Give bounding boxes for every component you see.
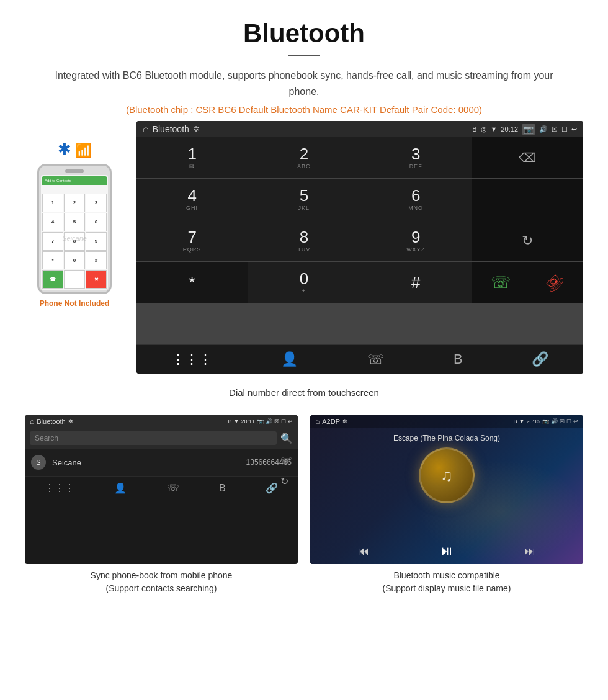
music-app-title: A2DP — [322, 418, 340, 425]
phone-key-star: * — [42, 251, 63, 270]
volume-icon: 🔊 — [539, 125, 548, 133]
phone-device: Add to Contacts 1 2 3 4 5 6 7 8 9 * 0 # … — [37, 164, 112, 294]
phone-screen: Add to Contacts 1 2 3 4 5 6 7 8 9 * 0 # … — [41, 175, 108, 290]
dial-key-9[interactable]: 9 WXYZ — [360, 220, 472, 261]
contacts-tb-link[interactable]: 🔗 — [266, 482, 278, 494]
dial-key-5[interactable]: 5 JKL — [248, 179, 359, 220]
music-screen: ⌂ A2DP ✲ B ▼ 20:15 📷 🔊 ☒ ☐ ↩ — [310, 415, 583, 564]
music-sq: ☐ — [566, 418, 571, 424]
dial-key-7[interactable]: 7 PQRS — [136, 220, 248, 261]
status-left: ⌂ Bluetooth ✲ — [143, 123, 199, 135]
main-content: ✱ 📶 Add to Contacts 1 2 3 4 5 6 7 8 9 * — [0, 121, 608, 595]
backspace-icon: ⌫ — [519, 150, 536, 165]
dial-key-4[interactable]: 4 GHI — [136, 179, 248, 220]
dial-key-0[interactable]: 0 + — [248, 262, 359, 303]
status-app-title: Bluetooth — [153, 124, 189, 134]
music-home-icon[interactable]: ⌂ — [315, 417, 320, 426]
toolbar-bluetooth-icon[interactable]: B — [454, 351, 463, 367]
home-icon[interactable]: ⌂ — [143, 123, 149, 135]
music-time: 20:15 — [526, 418, 540, 424]
phone-key-5: 5 — [64, 213, 85, 231]
dial-reload-cell[interactable]: ↻ — [472, 220, 583, 261]
music-note-icon: ♫ — [440, 466, 453, 485]
dialpad-grid: 1 ✉ 2 ABC 3 DEF ⌫ 4 GHI — [136, 137, 583, 344]
contacts-screen: ⌂ Bluetooth ✲ B ▼ 20:11 📷 🔊 ☒ ☐ ↩ — [25, 415, 298, 564]
contacts-bt-icon: B — [228, 418, 232, 424]
contacts-back[interactable]: ↩ — [288, 418, 293, 424]
page-title: Bluetooth — [37, 19, 571, 48]
music-song-title: Escape (The Pina Colada Song) — [393, 434, 500, 442]
bluetooth-status-icon: B — [472, 125, 476, 133]
phone-key-3: 3 — [86, 194, 107, 212]
contact-name: Seicane — [52, 458, 246, 467]
contact-avatar: S — [31, 455, 46, 470]
status-right: B ◎ ▼ 20:12 📷 🔊 ☒ ☐ ↩ — [472, 124, 577, 135]
toolbar-phone-icon[interactable]: ☏ — [367, 351, 385, 367]
camera-icon: 📷 — [522, 124, 535, 135]
phone-key-9: 9 — [86, 232, 107, 251]
contacts-vol: 🔊 — [266, 418, 272, 424]
wifi-icon: 📶 — [75, 143, 92, 159]
search-icon[interactable]: 🔍 — [280, 433, 293, 444]
toolbar-dialpad-icon[interactable]: ⋮⋮⋮ — [171, 351, 212, 367]
call-green-icon[interactable]: ☏ — [491, 273, 511, 292]
phone-key-6: 6 — [86, 213, 107, 231]
phone-key-1: 1 — [42, 194, 63, 212]
music-player: ⌂ A2DP ✲ B ▼ 20:15 📷 🔊 ☒ ☐ ↩ — [310, 415, 583, 564]
large-screen-section: ✱ 📶 Add to Contacts 1 2 3 4 5 6 7 8 9 * — [25, 121, 583, 374]
music-screen-block: ⌂ A2DP ✲ B ▼ 20:15 📷 🔊 ☒ ☐ ↩ — [310, 415, 583, 595]
contacts-app-title: Bluetooth — [37, 418, 65, 425]
watermark: Seicane — [62, 235, 87, 242]
search-input[interactable]: Search — [30, 431, 277, 445]
dial-empty-row2 — [472, 179, 583, 220]
side-icons: ☏ ↻ — [280, 455, 293, 487]
dial-key-3[interactable]: 3 DEF — [360, 137, 472, 178]
page-header: Bluetooth Integrated with BC6 Bluetooth … — [0, 0, 608, 121]
page-description: Integrated with BC6 Bluetooth module, su… — [50, 68, 558, 99]
title-divider — [288, 55, 320, 56]
search-placeholder: Search — [35, 434, 58, 442]
side-phone-icon[interactable]: ☏ — [280, 455, 293, 467]
dial-key-6[interactable]: 6 MNO — [360, 179, 472, 220]
phone-key-4: 4 — [42, 213, 63, 231]
call-red-icon[interactable]: ☏ — [540, 269, 568, 297]
toolbar-contacts-icon[interactable]: 👤 — [281, 351, 298, 367]
contacts-signal: ▼ — [234, 418, 239, 424]
prev-button[interactable]: ⏮ — [358, 545, 369, 558]
page-specs: (Bluetooth chip : CSR BC6 Default Blueto… — [37, 104, 571, 115]
dial-key-star[interactable]: * — [136, 262, 248, 303]
phone-key-2: 2 — [64, 194, 85, 212]
bt-wifi-icons: ✱ 📶 — [58, 140, 92, 159]
contacts-tb-grid[interactable]: ⋮⋮⋮ — [45, 482, 74, 494]
music-signal: ▼ — [519, 418, 525, 424]
android-statusbar: ⌂ Bluetooth ✲ B ◎ ▼ 20:12 📷 🔊 ☒ ☐ ↩ — [136, 121, 583, 137]
back-icon[interactable]: ↩ — [571, 125, 577, 133]
music-statusbar: ⌂ A2DP ✲ B ▼ 20:15 📷 🔊 ☒ ☐ ↩ — [310, 415, 583, 428]
dial-key-8[interactable]: 8 TUV — [248, 220, 359, 261]
music-back[interactable]: ↩ — [573, 418, 578, 424]
contacts-tb-bt[interactable]: B — [219, 483, 226, 494]
contact-row[interactable]: S Seicane 13566664466 — [25, 449, 298, 477]
contacts-toolbar: ⋮⋮⋮ 👤 ☏ B 🔗 — [25, 477, 298, 499]
contacts-usb-icon: ✲ — [68, 418, 73, 424]
music-content: Escape (The Pina Colada Song) ♫ — [310, 428, 583, 538]
contacts-screen-block: ⌂ Bluetooth ✲ B ▼ 20:11 📷 🔊 ☒ ☐ ↩ — [25, 415, 298, 595]
contacts-time: 20:11 — [241, 418, 255, 424]
phone-key-0: 0 — [64, 251, 85, 270]
dial-key-2[interactable]: 2 ABC — [248, 137, 359, 178]
contacts-search-bar: Search 🔍 — [25, 428, 298, 449]
usb-icon: ✲ — [193, 125, 199, 133]
toolbar-link-icon[interactable]: 🔗 — [532, 351, 548, 367]
contacts-home-icon[interactable]: ⌂ — [30, 417, 34, 426]
music-vol: 🔊 — [551, 418, 558, 424]
dial-key-hash[interactable]: # — [360, 262, 472, 303]
side-reload-icon[interactable]: ↻ — [280, 475, 293, 487]
music-x: ☒ — [560, 418, 565, 424]
dial-key-1[interactable]: 1 ✉ — [136, 137, 248, 178]
contacts-tb-phone[interactable]: ☏ — [167, 482, 179, 494]
contacts-tb-user[interactable]: 👤 — [114, 482, 127, 494]
phone-key-call: ☎ — [42, 270, 63, 289]
dial-backspace-cell[interactable]: ⌫ — [472, 137, 583, 178]
close-icon: ☒ — [552, 125, 558, 133]
contacts-statusbar: ⌂ Bluetooth ✲ B ▼ 20:11 📷 🔊 ☒ ☐ ↩ — [25, 415, 298, 428]
